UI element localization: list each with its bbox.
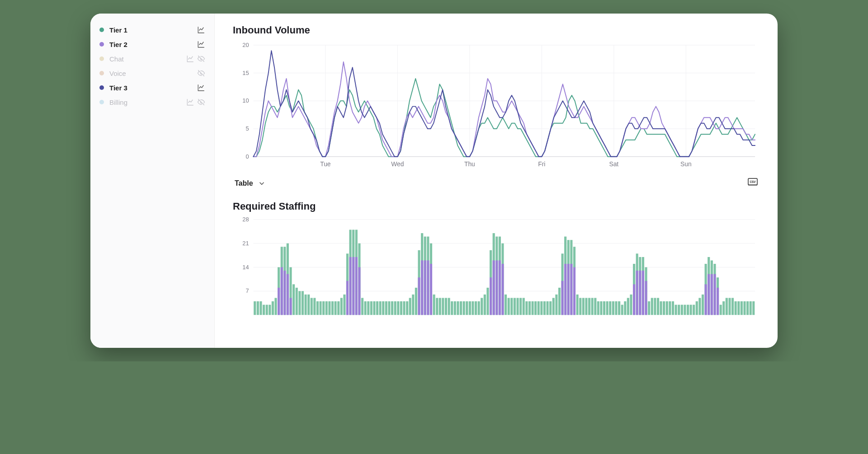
svg-text:20: 20 [242, 42, 249, 48]
bar-tier1 [460, 301, 462, 315]
bar-tier1 [367, 301, 369, 315]
svg-text:5: 5 [245, 125, 249, 132]
bar-tier1 [531, 301, 533, 315]
sidebar-item-voice[interactable]: Voice [96, 66, 209, 80]
bar-tier1 [331, 301, 334, 315]
line-series-tier-2 [253, 62, 755, 157]
bar-tier1 [702, 295, 704, 315]
bar-tier2 [281, 267, 283, 315]
bar-tier1 [370, 301, 373, 315]
bar-tier1 [720, 305, 722, 315]
line-chart-icon [197, 40, 205, 48]
bar-tier1 [335, 301, 337, 315]
bar-tier1 [648, 301, 650, 315]
bar-tier2 [708, 274, 710, 315]
table-toggle[interactable]: Table [235, 179, 266, 187]
staffing-chart-wrap: 7142128 [233, 217, 760, 315]
sidebar-item-label: Tier 2 [109, 41, 197, 48]
bar-tier1 [549, 301, 552, 315]
bar-tier1 [343, 295, 345, 315]
bar-tier1 [451, 301, 453, 315]
bar-tier1 [442, 298, 444, 315]
bar-tier2 [490, 277, 492, 315]
bar-tier2 [570, 264, 572, 315]
sidebar-item-tier-3[interactable]: Tier 3 [96, 80, 209, 95]
sidebar-item-actions [197, 26, 205, 34]
bar-tier1 [475, 301, 477, 315]
bar-tier1 [689, 305, 692, 315]
bar-tier1 [528, 301, 531, 315]
bar-tier1 [543, 301, 546, 315]
bar-tier2 [639, 271, 641, 315]
bar-tier1 [621, 305, 623, 315]
legend-dot-icon [99, 56, 104, 61]
bar-tier1 [731, 298, 734, 315]
line-chart-icon [197, 26, 205, 34]
bar-tier2 [289, 298, 292, 315]
svg-text:21: 21 [242, 240, 249, 247]
bar-tier1 [433, 295, 435, 315]
bar-tier1 [400, 301, 402, 315]
sidebar-item-tier-1[interactable]: Tier 1 [96, 23, 209, 37]
svg-text:Sun: Sun [680, 160, 692, 168]
bar-tier1 [612, 301, 614, 315]
bar-tier1 [302, 291, 304, 315]
bar-tier1 [409, 298, 411, 315]
bar-tier1 [304, 295, 307, 315]
staffing-title: Required Staffing [233, 201, 760, 212]
bar-tier1 [379, 301, 382, 315]
bar-tier1 [669, 301, 671, 315]
legend-dot-icon [99, 71, 104, 75]
bar-tier1 [750, 301, 752, 315]
bar-tier2 [424, 261, 426, 315]
export-csv-button[interactable]: CSV [748, 178, 758, 189]
bar-tier2 [418, 277, 420, 315]
bar-tier1 [576, 295, 579, 315]
inbound-chart-wrap: 05101520TueWedThuFriSatSun [233, 41, 760, 170]
bar-tier1 [752, 301, 755, 315]
bar-tier1 [445, 298, 447, 315]
sidebar-item-tier-2[interactable]: Tier 2 [96, 37, 209, 51]
bar-tier1 [403, 301, 405, 315]
bar-tier1 [618, 301, 620, 315]
bar-tier1 [597, 301, 599, 315]
csv-icon: CSV [748, 178, 758, 187]
sidebar-item-chat[interactable]: Chat [96, 51, 209, 66]
bar-tier1 [257, 301, 259, 315]
bar-tier1 [743, 301, 745, 315]
bar-tier2 [711, 274, 713, 315]
bar-tier1 [534, 301, 537, 315]
bar-tier1 [510, 298, 513, 315]
bar-tier2 [645, 281, 647, 315]
svg-text:CSV: CSV [750, 180, 756, 183]
bar-tier1 [624, 301, 626, 315]
bar-tier1 [603, 301, 605, 315]
bar-tier1 [666, 301, 668, 315]
bar-tier1 [337, 301, 340, 315]
bar-tier1 [540, 301, 542, 315]
bar-tier1 [319, 301, 321, 315]
bar-tier1 [322, 301, 325, 315]
bar-tier2 [561, 281, 564, 315]
bar-tier1 [481, 298, 483, 315]
bar-tier2 [278, 288, 280, 315]
bar-tier1 [436, 298, 438, 315]
bar-tier1 [472, 301, 474, 315]
bar-tier1 [726, 298, 728, 315]
bar-tier1 [397, 301, 399, 315]
bar-tier2 [642, 271, 644, 315]
bar-tier1 [615, 301, 617, 315]
bar-tier1 [454, 301, 456, 315]
bar-tier1 [373, 301, 375, 315]
bar-tier1 [663, 301, 665, 315]
bar-tier2 [717, 288, 719, 315]
eye-off-icon [197, 69, 205, 77]
bar-tier2 [355, 257, 358, 315]
bar-tier1 [263, 305, 265, 315]
line-chart-icon [186, 55, 194, 63]
bar-tier1 [328, 301, 330, 315]
bar-tier1 [484, 295, 486, 315]
sidebar-item-billing[interactable]: Billing [96, 95, 209, 109]
sidebar-item-actions [197, 84, 205, 92]
bar-tier1 [660, 301, 662, 315]
